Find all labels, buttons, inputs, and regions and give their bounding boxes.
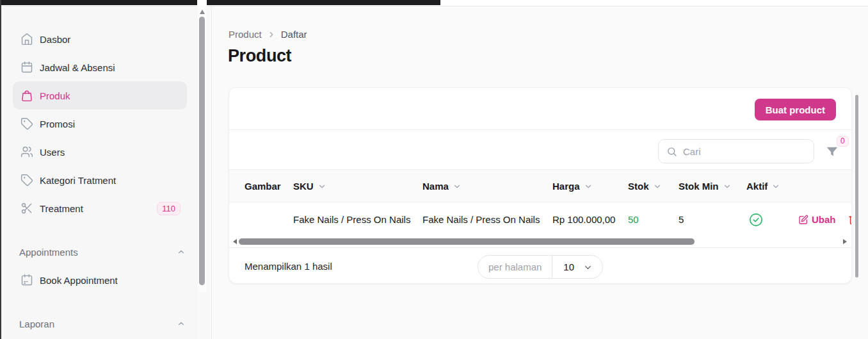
- funnel-icon: [825, 145, 839, 159]
- sort-chevron-icon: [453, 182, 462, 191]
- table-header-row: Gambar SKU Nama Harga Stok Stok Min: [229, 169, 851, 203]
- table-row: Fake Nails / Press On Nails Fake Nails /…: [229, 203, 851, 236]
- create-product-button[interactable]: Buat product: [755, 99, 836, 120]
- product-table-card: Buat product 0 Gambar SKU: [229, 87, 852, 284]
- window-left-border: [0, 0, 1, 339]
- per-page-select[interactable]: 10: [552, 256, 602, 278]
- sidebar-item-label: Promosi: [40, 119, 75, 129]
- page-title: Product: [228, 46, 291, 66]
- tag-icon: [20, 174, 33, 186]
- horizontal-scrollbar-thumb[interactable]: [239, 238, 695, 245]
- per-page-value: 10: [563, 261, 574, 272]
- sidebar-item-label: Treatment: [40, 203, 83, 214]
- sort-chevron-icon: [771, 182, 780, 191]
- search-box: [658, 139, 814, 163]
- sidebar-section-laporan[interactable]: Laporan: [19, 310, 187, 338]
- sort-chevron-icon: [584, 182, 593, 191]
- sidebar-item-label: Dasbor: [40, 34, 70, 45]
- sidebar-item-label: Jadwal & Absensi: [40, 62, 115, 73]
- search-input[interactable]: [683, 146, 806, 157]
- column-header-stok[interactable]: Stok: [628, 181, 679, 192]
- main-scrollbar-thumb[interactable]: [855, 95, 858, 277]
- cell-stok-min: 5: [679, 214, 746, 225]
- column-header-gambar: Gambar: [229, 181, 293, 192]
- top-progress-bar: [0, 0, 440, 5]
- horizontal-scrollbar[interactable]: [229, 236, 851, 247]
- column-header-stok-min[interactable]: Stok Min: [679, 181, 746, 192]
- column-header-sku[interactable]: SKU: [293, 181, 422, 192]
- per-page-label: per halaman: [478, 256, 552, 278]
- sidebar-item-dasbor[interactable]: Dasbor: [13, 25, 187, 53]
- delete-product-button[interactable]: [848, 214, 853, 226]
- breadcrumb: Product Daftar: [229, 29, 307, 40]
- sidebar-section-label: Laporan: [19, 318, 54, 329]
- chevron-down-icon: [583, 263, 593, 272]
- per-page-control: per halaman 10: [478, 255, 603, 279]
- breadcrumb-daftar-link[interactable]: Daftar: [281, 29, 307, 40]
- calendar-event-icon: [20, 274, 33, 286]
- top-bar: [0, 0, 868, 6]
- column-header-aktif[interactable]: Aktif: [746, 181, 798, 192]
- sidebar-item-label: Book Appointment: [40, 275, 118, 286]
- cell-harga: Rp 100.000,00: [552, 214, 628, 225]
- sort-chevron-icon: [653, 182, 662, 191]
- scroll-right-arrow-icon[interactable]: [843, 239, 847, 244]
- sidebar-item-produk[interactable]: Produk: [13, 81, 187, 110]
- treatment-count-badge: 110: [157, 202, 181, 215]
- sidebar-scrollbar[interactable]: [198, 6, 207, 292]
- sidebar-item-label: Kategori Tratment: [40, 175, 116, 186]
- main-content: Product Daftar Product Buat product 0: [211, 6, 868, 339]
- table-footer: Menampilkan 1 hasil per halaman 10: [229, 247, 851, 284]
- column-header-nama[interactable]: Nama: [422, 181, 552, 192]
- trash-icon: [848, 214, 853, 225]
- tag-icon: [20, 117, 33, 130]
- sidebar: Dasbor Jadwal & Absensi Produk Promosi U: [1, 6, 198, 339]
- results-summary: Menampilkan 1 hasil: [245, 261, 332, 272]
- shopping-bag-icon: [20, 89, 33, 102]
- filter-button[interactable]: [825, 145, 839, 159]
- sidebar-scrollbar-thumb[interactable]: [199, 17, 205, 285]
- breadcrumb-product-link[interactable]: Product: [229, 29, 262, 40]
- scissors-icon: [20, 202, 33, 215]
- sidebar-item-promosi[interactable]: Promosi: [13, 110, 187, 138]
- filter-count-badge: 0: [837, 136, 849, 147]
- sort-chevron-icon: [317, 182, 326, 191]
- home-icon: [20, 33, 33, 45]
- check-circle-icon: [749, 213, 763, 227]
- top-progress-notch: [197, 0, 207, 5]
- column-header-harga[interactable]: Harga: [552, 181, 628, 192]
- sidebar-item-book-appointment[interactable]: Book Appointment: [13, 266, 187, 294]
- search-icon: [666, 146, 677, 157]
- cell-aktif: [746, 213, 798, 227]
- chevron-right-icon: [267, 30, 276, 39]
- chevron-up-icon: [177, 319, 186, 328]
- sidebar-item-label: Users: [40, 147, 65, 158]
- users-icon: [20, 145, 33, 158]
- sidebar-item-jadwal-absensi[interactable]: Jadwal & Absensi: [13, 53, 187, 81]
- sidebar-item-users[interactable]: Users: [13, 138, 187, 166]
- sidebar-item-label: Produk: [40, 90, 70, 101]
- sidebar-section-appointments[interactable]: Appointments: [19, 238, 187, 266]
- scroll-left-arrow-icon[interactable]: [233, 239, 237, 244]
- cell-sku: Fake Nails / Press On Nails: [293, 214, 422, 225]
- sidebar-section-label: Appointments: [19, 247, 78, 258]
- scroll-up-arrow-icon[interactable]: [200, 10, 205, 14]
- card-search-row: 0: [229, 130, 851, 169]
- card-actions-row: Buat product: [229, 88, 851, 130]
- sidebar-item-kategori-tratment[interactable]: Kategori Tratment: [13, 166, 187, 194]
- sidebar-nav: Dasbor Jadwal & Absensi Produk Promosi U: [1, 6, 198, 338]
- edit-link-label: Ubah: [812, 214, 836, 225]
- sidebar-item-treatment[interactable]: Treatment 110: [13, 194, 187, 222]
- cell-stok: 50: [628, 214, 679, 225]
- sort-chevron-icon: [723, 182, 732, 191]
- cell-nama: Fake Nails / Press On Nails: [422, 214, 552, 225]
- edit-product-link[interactable]: Ubah: [798, 214, 836, 225]
- cell-actions: Ubah: [798, 214, 852, 226]
- chevron-up-icon: [177, 247, 186, 256]
- edit-pencil-icon: [798, 215, 808, 225]
- calendar-icon: [20, 61, 33, 74]
